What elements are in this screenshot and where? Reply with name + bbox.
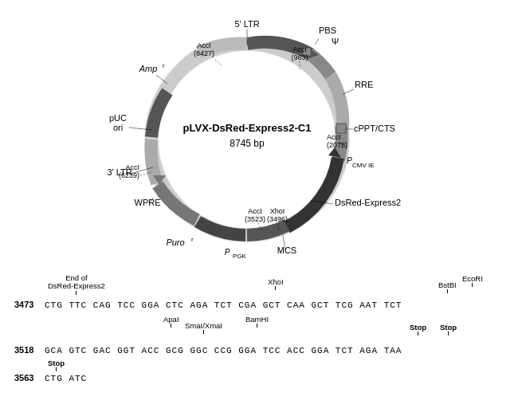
amp-r: r	[163, 62, 165, 69]
acci-963-pos: (963)	[291, 53, 308, 61]
ann-xhoi-seq1: XhoI	[268, 277, 284, 290]
ltr5-label: 5' LTR	[234, 19, 259, 29]
ann-bamhi: BamHI	[245, 315, 269, 328]
puc-ori-label: ori	[113, 123, 123, 132]
acci-3523: AccI	[248, 207, 262, 215]
seq-num-3563: 3563	[14, 373, 45, 383]
plasmid-name: pLVX-DsRed-Express2-C1	[183, 122, 312, 134]
seq-text-3473: CTG TTC CAG TCC GGA CTC AGA TCT CGA GCT …	[45, 300, 402, 310]
psi-label: Ψ	[332, 37, 339, 46]
pcmv-sub-label: CMV IE	[352, 162, 375, 169]
ann-stop-2: Stop	[440, 323, 457, 336]
svg-line-8	[315, 38, 319, 45]
ann-end-dsred: End ofDsRed-Express2	[48, 274, 105, 295]
acci-3523-pos: (3523)	[245, 215, 265, 223]
ann-stop-3: Stop	[48, 359, 65, 371]
seq-num-3518: 3518	[14, 345, 45, 355]
seq-text-3518: GCA GTC GAC GGT ACC GCG GGC CCG GGA TCC …	[45, 346, 402, 355]
acci-6239-pos: (6239)	[119, 171, 139, 179]
ann-smai-xmai: SmaI/XmaI	[185, 321, 222, 334]
puro-label: Puro	[166, 237, 184, 247]
pbs-label: PBS	[319, 26, 336, 35]
acci-2078-pos: (2078)	[327, 141, 347, 149]
ann-ecori: EcoRI	[462, 274, 483, 287]
puc-label: pUC	[109, 113, 127, 123]
dsred-label: DsRed-Express2	[335, 198, 401, 207]
amp-label: Amp	[139, 64, 158, 73]
plasmid-diagram: 5' LTR PBS Ψ RRE cPPT/CTS P CMV IE DsRed…	[0, 0, 526, 271]
plasmid-size: 8745 bp	[230, 138, 265, 149]
wpre-label: WPRE	[135, 198, 161, 207]
ann-apai: ApaI	[163, 315, 179, 328]
acci-8427-pos: (8427)	[194, 49, 214, 57]
xhoi-3496: XhoI	[270, 207, 285, 215]
mcs-label: MCS	[277, 245, 296, 255]
seq-num-3473: 3473	[14, 300, 45, 309]
pcmv-label: P	[347, 156, 352, 165]
acci-2078: AccI	[327, 133, 341, 141]
puro-r: r	[191, 236, 194, 243]
cppt-label: cPPT/CTS	[354, 124, 395, 133]
acci-963: AccI	[292, 45, 307, 53]
ppgk-label: P	[225, 248, 230, 257]
svg-rect-5	[336, 124, 346, 133]
svg-line-17	[215, 60, 222, 65]
ppgk-sub-label: PGK	[233, 253, 247, 260]
xhoi-3496-pos: (3496)	[267, 215, 288, 223]
acci-6239: AccI	[125, 163, 139, 171]
ann-bstbi: BstBI	[438, 281, 457, 293]
seq-text-3563: CTG ATC	[45, 374, 87, 383]
ann-stop-1: Stop	[410, 323, 426, 336]
sequence-section: End ofDsRed-Express2 XhoI EcoRI BstBI 34…	[0, 271, 526, 383]
rre-label: RRE	[355, 80, 373, 89]
acci-8427: AccI	[197, 41, 211, 49]
